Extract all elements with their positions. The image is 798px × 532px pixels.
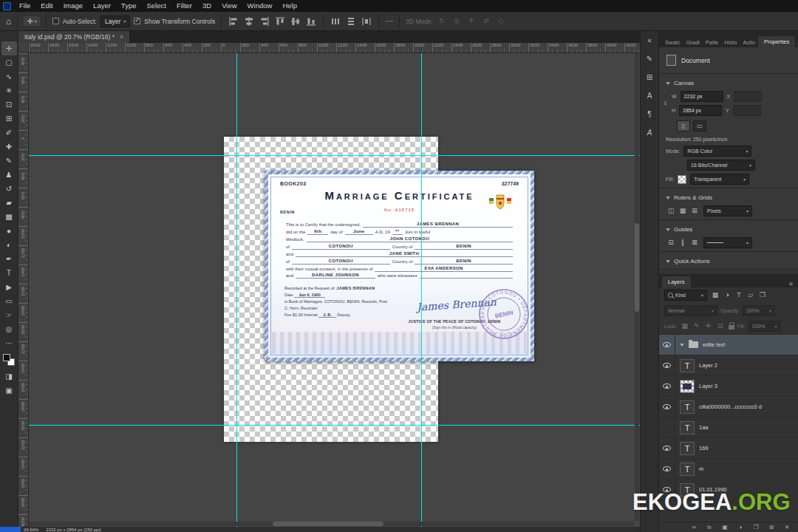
auto-select-target-dropdown[interactable]: Layer: [100, 16, 130, 27]
delete-layer-icon[interactable]: ✕: [782, 522, 792, 532]
hand-tool[interactable]: ☞: [1, 308, 17, 322]
filter-type-layers-icon[interactable]: T: [734, 290, 744, 301]
more-options-icon[interactable]: ⋯: [385, 16, 393, 26]
canvas-area[interactable]: BOOK203 327749 Marriage Certificate No. …: [29, 53, 640, 527]
frame-tool[interactable]: ⊞: [1, 112, 17, 126]
gradient-tool[interactable]: ▩: [1, 210, 17, 224]
section-canvas[interactable]: Canvas: [659, 75, 798, 89]
blend-mode-dropdown[interactable]: Normal: [664, 305, 717, 316]
zoom-tool[interactable]: ◎: [1, 322, 17, 336]
align-top-edges-icon[interactable]: [274, 16, 286, 27]
expand-group-icon[interactable]: [680, 344, 684, 347]
edit-toolbar-icon[interactable]: ⋯: [1, 336, 17, 350]
auto-select-checkbox[interactable]: [52, 18, 59, 24]
menu-item[interactable]: Select: [141, 0, 171, 12]
certificate-artwork[interactable]: BOOK203 327749 Marriage Certificate No. …: [265, 171, 534, 361]
paragraph-panel-icon[interactable]: ¶: [643, 108, 656, 120]
menu-item[interactable]: Help: [277, 0, 302, 12]
show-transform-checkbox[interactable]: [134, 18, 140, 24]
portrait-orientation-button[interactable]: ▯: [677, 120, 690, 132]
dodge-tool[interactable]: ◐: [1, 238, 17, 252]
link-dimensions-icon[interactable]: ∞: [662, 101, 669, 106]
healing-brush-tool[interactable]: ✚: [1, 140, 17, 154]
layer-filter-dropdown[interactable]: Kind: [664, 290, 707, 301]
history-brush-tool[interactable]: ↺: [1, 182, 17, 196]
character-panel-icon[interactable]: A: [643, 89, 656, 101]
foreground-color-swatch[interactable]: [3, 354, 10, 361]
fill-dropdown[interactable]: Transparent: [690, 174, 749, 185]
clone-stamp-tool[interactable]: ♟: [1, 168, 17, 182]
path-selection-tool[interactable]: ▶: [1, 280, 17, 294]
section-rulers-grids[interactable]: Rulers & Grids: [659, 190, 798, 204]
visibility-toggle[interactable]: [659, 459, 675, 480]
layer-row-edite-text[interactable]: edite text: [659, 335, 798, 355]
align-bottom-edges-icon[interactable]: [305, 16, 317, 27]
menu-item[interactable]: 3D: [197, 0, 216, 12]
crop-tool[interactable]: ⊡: [1, 98, 17, 112]
opacity-dropdown[interactable]: 100%: [743, 305, 775, 316]
eyedropper-tool[interactable]: ✐: [1, 126, 17, 140]
visibility-toggle[interactable]: [659, 355, 675, 376]
screen-mode-button[interactable]: ▣: [1, 383, 17, 398]
lock-all-icon[interactable]: [729, 325, 734, 330]
home-icon[interactable]: ⌂: [6, 16, 11, 27]
align-right-edges-icon[interactable]: [259, 16, 270, 27]
quick-selection-tool[interactable]: ✳: [1, 83, 17, 98]
new-layer-icon[interactable]: ⊞: [766, 522, 777, 532]
menu-item[interactable]: Image: [58, 0, 88, 12]
glyphs-panel-icon[interactable]: A: [643, 126, 656, 138]
visibility-toggle[interactable]: [659, 417, 675, 438]
lock-paint-icon[interactable]: ✎: [692, 321, 702, 332]
distribute-horizontally-icon[interactable]: [330, 16, 341, 27]
rectangle-tool[interactable]: ▭: [1, 294, 17, 308]
guide-horizontal-top[interactable]: [29, 155, 640, 156]
add-layer-mask-icon[interactable]: ▣: [720, 522, 730, 532]
panel-tab[interactable]: Actio: [740, 38, 758, 47]
guide-horizontal-bottom[interactable]: [29, 425, 640, 426]
eraser-tool[interactable]: ▰: [1, 196, 17, 210]
menu-item[interactable]: Window: [242, 0, 278, 12]
align-left-edges-icon[interactable]: [228, 16, 239, 27]
filter-adjustment-layers-icon[interactable]: ◑: [722, 290, 732, 301]
guide-style-dropdown[interactable]: [703, 237, 752, 248]
distribute-vertically-icon[interactable]: [345, 16, 357, 27]
visibility-toggle[interactable]: [659, 376, 675, 397]
filter-smart-objects-icon[interactable]: ❐: [757, 290, 768, 301]
rectangular-marquee-tool[interactable]: ▢: [1, 55, 17, 69]
menu-item[interactable]: Layer: [88, 0, 116, 12]
collapse-panels-icon[interactable]: «: [643, 34, 656, 46]
lasso-tool[interactable]: ∿: [1, 69, 17, 83]
lock-transparency-icon[interactable]: ▦: [680, 321, 690, 332]
move-tool[interactable]: ✛: [1, 41, 17, 55]
3d-roll-icon[interactable]: ◎: [451, 16, 462, 27]
new-guide-icon[interactable]: ⊟: [666, 238, 676, 248]
layers-menu-icon[interactable]: ≡: [787, 280, 795, 287]
guide-vertical-right[interactable]: [421, 53, 422, 527]
layer-row-layer-3[interactable]: Layer 3: [659, 376, 798, 397]
horizontal-ruler[interactable]: 2000180016001400120010008006004002000200…: [29, 43, 640, 53]
fill-swatch[interactable]: [678, 175, 686, 184]
align-horizontal-centers-icon[interactable]: [243, 16, 255, 27]
link-layers-icon[interactable]: ∞: [689, 522, 699, 532]
panel-tab[interactable]: Swatc: [662, 38, 683, 47]
3d-pan-icon[interactable]: ✛: [466, 16, 477, 27]
panel-tab-properties[interactable]: Properties: [758, 36, 795, 47]
panel-menu-icon[interactable]: ≡: [795, 40, 798, 47]
horizontal-scrollbar[interactable]: [29, 522, 634, 526]
section-guides[interactable]: Guides: [659, 222, 798, 236]
menu-item[interactable]: File: [14, 0, 35, 12]
type-tool[interactable]: T: [1, 266, 17, 280]
pen-tool[interactable]: ✒: [1, 252, 17, 266]
new-adjustment-layer-icon[interactable]: ◑: [735, 522, 746, 532]
active-tool-icon[interactable]: ✛▾: [24, 16, 39, 26]
layer-row-cilla[interactable]: T cilla0000000...ccccccc0 d: [659, 397, 798, 417]
vertical-ruler[interactable]: 8006004002000200400600800100012001400160…: [18, 53, 29, 527]
layer-fill-dropdown[interactable]: 100%: [748, 321, 781, 332]
align-vertical-centers-icon[interactable]: [290, 16, 301, 27]
grid-settings-icon[interactable]: ⊞: [689, 206, 700, 216]
3d-scale-icon[interactable]: ◇: [496, 16, 506, 27]
layer-row-169[interactable]: T 169: [659, 438, 798, 459]
layers-tab[interactable]: Layers: [662, 276, 691, 287]
close-tab-icon[interactable]: ×: [120, 33, 123, 41]
color-mode-dropdown[interactable]: RGB Color: [683, 146, 751, 157]
